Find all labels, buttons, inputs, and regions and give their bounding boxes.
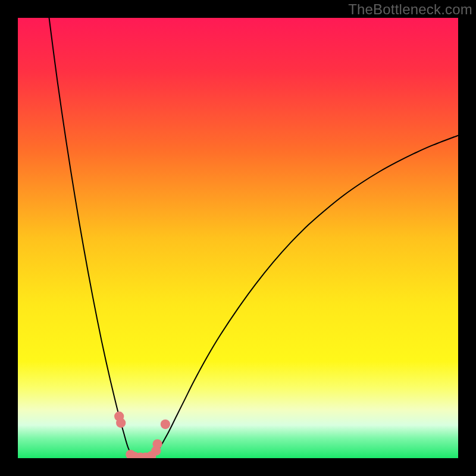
attribution-label: TheBottleneck.com (348, 1, 472, 18)
plot-area (18, 18, 458, 458)
data-marker (116, 418, 126, 428)
chart-svg (18, 18, 458, 458)
chart-container: TheBottleneck.com (0, 0, 476, 476)
data-marker (152, 439, 162, 449)
gradient-background (18, 18, 458, 458)
data-marker (161, 419, 170, 429)
